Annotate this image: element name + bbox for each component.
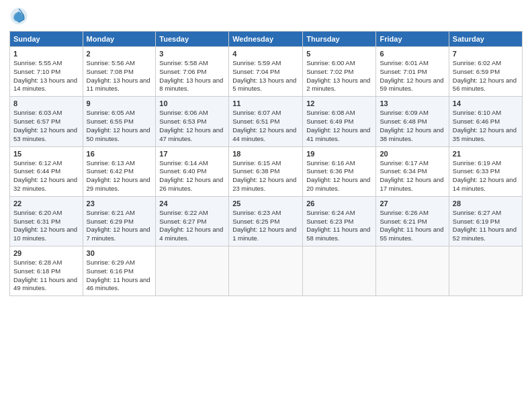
calendar-cell: 14Sunrise: 6:10 AMSunset: 6:46 PMDayligh… bbox=[449, 97, 522, 146]
day-number: 27 bbox=[380, 199, 445, 208]
calendar-cell: 22Sunrise: 6:20 AMSunset: 6:31 PMDayligh… bbox=[10, 196, 83, 246]
calendar-cell: 30Sunrise: 6:29 AMSunset: 6:16 PMDayligh… bbox=[83, 246, 156, 296]
calendar-cell: 9Sunrise: 6:05 AMSunset: 6:55 PMDaylight… bbox=[83, 97, 156, 146]
logo bbox=[9, 7, 30, 26]
calendar-header-row: SundayMondayTuesdayWednesdayThursdayFrid… bbox=[10, 32, 523, 47]
day-info: Sunrise: 6:19 AMSunset: 6:33 PMDaylight:… bbox=[453, 159, 519, 193]
day-number: 4 bbox=[232, 50, 299, 58]
day-info: Sunrise: 6:02 AMSunset: 6:59 PMDaylight:… bbox=[453, 59, 519, 93]
day-number: 14 bbox=[453, 99, 519, 107]
day-number: 8 bbox=[13, 99, 79, 107]
calendar-cell bbox=[376, 246, 449, 296]
day-info: Sunrise: 6:01 AMSunset: 7:01 PMDaylight:… bbox=[380, 59, 445, 93]
day-number: 21 bbox=[453, 150, 519, 158]
calendar-cell: 6Sunrise: 6:01 AMSunset: 7:01 PMDaylight… bbox=[376, 47, 449, 97]
day-info: Sunrise: 5:59 AMSunset: 7:04 PMDaylight:… bbox=[232, 59, 299, 93]
calendar-week-2: 8Sunrise: 6:03 AMSunset: 6:57 PMDaylight… bbox=[10, 97, 523, 146]
day-number: 12 bbox=[306, 99, 372, 107]
day-number: 17 bbox=[159, 150, 225, 158]
day-info: Sunrise: 5:55 AMSunset: 7:10 PMDaylight:… bbox=[13, 59, 79, 93]
column-header-wednesday: Wednesday bbox=[229, 32, 303, 47]
calendar-week-1: 1Sunrise: 5:55 AMSunset: 7:10 PMDaylight… bbox=[10, 47, 523, 97]
day-number: 19 bbox=[306, 150, 372, 158]
calendar-cell: 16Sunrise: 6:13 AMSunset: 6:42 PMDayligh… bbox=[83, 146, 156, 196]
day-number: 9 bbox=[87, 99, 152, 107]
calendar-cell: 8Sunrise: 6:03 AMSunset: 6:57 PMDaylight… bbox=[10, 97, 83, 146]
calendar-cell: 27Sunrise: 6:26 AMSunset: 6:21 PMDayligh… bbox=[376, 196, 449, 246]
calendar-cell: 21Sunrise: 6:19 AMSunset: 6:33 PMDayligh… bbox=[449, 146, 522, 196]
day-info: Sunrise: 6:14 AMSunset: 6:40 PMDaylight:… bbox=[159, 159, 225, 193]
calendar-cell: 7Sunrise: 6:02 AMSunset: 6:59 PMDaylight… bbox=[449, 47, 522, 97]
day-number: 6 bbox=[380, 50, 445, 58]
calendar-cell: 11Sunrise: 6:07 AMSunset: 6:51 PMDayligh… bbox=[229, 97, 303, 146]
calendar-cell bbox=[229, 246, 303, 296]
day-number: 16 bbox=[87, 150, 152, 158]
day-number: 3 bbox=[159, 50, 225, 58]
calendar-cell: 25Sunrise: 6:23 AMSunset: 6:25 PMDayligh… bbox=[229, 196, 303, 246]
day-info: Sunrise: 5:56 AMSunset: 7:08 PMDaylight:… bbox=[87, 59, 152, 93]
calendar-cell: 19Sunrise: 6:16 AMSunset: 6:36 PMDayligh… bbox=[303, 146, 376, 196]
day-info: Sunrise: 6:12 AMSunset: 6:44 PMDaylight:… bbox=[13, 159, 79, 193]
calendar-cell: 1Sunrise: 5:55 AMSunset: 7:10 PMDaylight… bbox=[10, 47, 83, 97]
calendar-cell: 18Sunrise: 6:15 AMSunset: 6:38 PMDayligh… bbox=[229, 146, 303, 196]
day-number: 29 bbox=[13, 249, 79, 257]
day-number: 10 bbox=[159, 99, 225, 107]
column-header-friday: Friday bbox=[376, 32, 449, 47]
day-info: Sunrise: 6:13 AMSunset: 6:42 PMDaylight:… bbox=[87, 159, 152, 193]
day-info: Sunrise: 6:06 AMSunset: 6:53 PMDaylight:… bbox=[159, 109, 225, 143]
calendar-week-4: 22Sunrise: 6:20 AMSunset: 6:31 PMDayligh… bbox=[10, 196, 523, 246]
day-info: Sunrise: 6:22 AMSunset: 6:27 PMDaylight:… bbox=[159, 209, 225, 243]
column-header-thursday: Thursday bbox=[303, 32, 376, 47]
day-info: Sunrise: 6:15 AMSunset: 6:38 PMDaylight:… bbox=[232, 159, 299, 193]
day-info: Sunrise: 6:07 AMSunset: 6:51 PMDaylight:… bbox=[232, 109, 299, 143]
day-info: Sunrise: 6:20 AMSunset: 6:31 PMDaylight:… bbox=[13, 209, 79, 243]
day-number: 28 bbox=[453, 199, 519, 208]
calendar-cell: 29Sunrise: 6:28 AMSunset: 6:18 PMDayligh… bbox=[10, 246, 83, 296]
day-info: Sunrise: 6:16 AMSunset: 6:36 PMDaylight:… bbox=[306, 159, 372, 193]
calendar-cell: 26Sunrise: 6:24 AMSunset: 6:23 PMDayligh… bbox=[303, 196, 376, 246]
calendar-cell bbox=[449, 246, 522, 296]
calendar-cell: 13Sunrise: 6:09 AMSunset: 6:48 PMDayligh… bbox=[376, 97, 449, 146]
day-number: 7 bbox=[453, 50, 519, 58]
day-info: Sunrise: 6:10 AMSunset: 6:46 PMDaylight:… bbox=[453, 109, 519, 143]
calendar-week-3: 15Sunrise: 6:12 AMSunset: 6:44 PMDayligh… bbox=[10, 146, 523, 196]
day-info: Sunrise: 6:27 AMSunset: 6:19 PMDaylight:… bbox=[453, 209, 519, 243]
day-info: Sunrise: 6:26 AMSunset: 6:21 PMDaylight:… bbox=[380, 209, 445, 243]
day-info: Sunrise: 6:03 AMSunset: 6:57 PMDaylight:… bbox=[13, 109, 79, 143]
day-info: Sunrise: 5:58 AMSunset: 7:06 PMDaylight:… bbox=[159, 59, 225, 93]
day-number: 2 bbox=[87, 50, 152, 58]
calendar-cell: 28Sunrise: 6:27 AMSunset: 6:19 PMDayligh… bbox=[449, 196, 522, 246]
day-number: 22 bbox=[13, 199, 79, 208]
calendar-table: SundayMondayTuesdayWednesdayThursdayFrid… bbox=[9, 31, 523, 296]
day-info: Sunrise: 6:09 AMSunset: 6:48 PMDaylight:… bbox=[380, 109, 445, 143]
day-info: Sunrise: 6:08 AMSunset: 6:49 PMDaylight:… bbox=[306, 109, 372, 143]
calendar-cell: 15Sunrise: 6:12 AMSunset: 6:44 PMDayligh… bbox=[10, 146, 83, 196]
calendar-cell: 4Sunrise: 5:59 AMSunset: 7:04 PMDaylight… bbox=[229, 47, 303, 97]
day-number: 13 bbox=[380, 99, 445, 107]
day-number: 1 bbox=[13, 50, 79, 58]
day-info: Sunrise: 6:29 AMSunset: 6:16 PMDaylight:… bbox=[87, 259, 152, 293]
day-number: 15 bbox=[13, 150, 79, 158]
column-header-sunday: Sunday bbox=[10, 32, 83, 47]
day-info: Sunrise: 6:28 AMSunset: 6:18 PMDaylight:… bbox=[13, 259, 79, 293]
calendar-cell bbox=[156, 246, 229, 296]
day-number: 18 bbox=[232, 150, 299, 158]
column-header-saturday: Saturday bbox=[449, 32, 522, 47]
calendar-cell: 2Sunrise: 5:56 AMSunset: 7:08 PMDaylight… bbox=[83, 47, 156, 97]
day-number: 11 bbox=[232, 99, 299, 107]
calendar-cell: 24Sunrise: 6:22 AMSunset: 6:27 PMDayligh… bbox=[156, 196, 229, 246]
day-info: Sunrise: 6:17 AMSunset: 6:34 PMDaylight:… bbox=[380, 159, 445, 193]
day-info: Sunrise: 6:21 AMSunset: 6:29 PMDaylight:… bbox=[87, 209, 152, 243]
day-number: 23 bbox=[87, 199, 152, 208]
column-header-tuesday: Tuesday bbox=[156, 32, 229, 47]
calendar-cell: 23Sunrise: 6:21 AMSunset: 6:29 PMDayligh… bbox=[83, 196, 156, 246]
calendar-week-5: 29Sunrise: 6:28 AMSunset: 6:18 PMDayligh… bbox=[10, 246, 523, 296]
page-header bbox=[9, 7, 523, 26]
calendar-cell bbox=[303, 246, 376, 296]
logo-icon bbox=[9, 7, 28, 26]
day-number: 25 bbox=[232, 199, 299, 208]
day-info: Sunrise: 6:23 AMSunset: 6:25 PMDaylight:… bbox=[232, 209, 299, 243]
calendar-cell: 17Sunrise: 6:14 AMSunset: 6:40 PMDayligh… bbox=[156, 146, 229, 196]
calendar-cell: 5Sunrise: 6:00 AMSunset: 7:02 PMDaylight… bbox=[303, 47, 376, 97]
day-number: 24 bbox=[159, 199, 225, 208]
